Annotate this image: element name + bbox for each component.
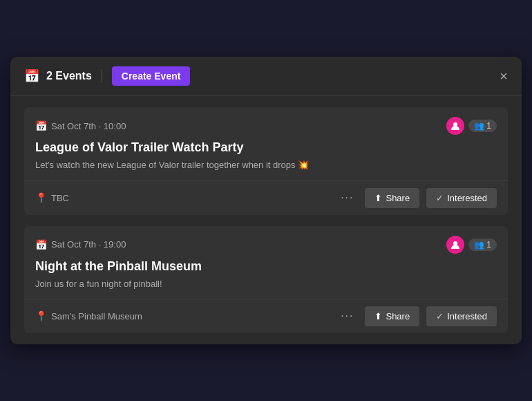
- attendee-count-2: 👥 1: [468, 239, 497, 251]
- check-icon-2: ✓: [436, 311, 444, 321]
- close-button[interactable]: ×: [500, 69, 508, 83]
- event-desc-1: Let's watch the new League of Valor trai…: [35, 159, 497, 171]
- event-meta-1: 📅 Sat Oct 7th · 10:00 👥 1: [35, 117, 497, 135]
- events-modal: 📅 2 Events Create Event × 📅 Sat Oct 7th …: [10, 57, 522, 344]
- interested-button-2[interactable]: ✓ Interested: [426, 306, 497, 326]
- share-button-1[interactable]: ⬆ Share: [365, 188, 419, 208]
- more-options-button-2[interactable]: ···: [336, 308, 358, 324]
- avatar-2: [446, 236, 464, 254]
- modal-body: 📅 Sat Oct 7th · 10:00 👥 1 League of Valo…: [10, 96, 522, 344]
- interested-button-1[interactable]: ✓ Interested: [426, 188, 497, 208]
- event-attendees-1: 👥 1: [446, 117, 497, 135]
- event-footer-2: 📍 Sam's Pinball Museum ··· ⬆ Share ✓ Int…: [24, 299, 508, 333]
- share-button-2[interactable]: ⬆ Share: [365, 306, 419, 326]
- event-date-2: Sat Oct 7th · 19:00: [51, 239, 126, 250]
- location-text-1: TBC: [51, 193, 69, 203]
- event-main-1: 📅 Sat Oct 7th · 10:00 👥 1 League of Valo…: [24, 107, 508, 180]
- share-icon-2: ⬆: [374, 311, 382, 321]
- event-calendar-icon-1: 📅: [35, 120, 47, 131]
- avatar-1: [446, 117, 464, 135]
- attendee-count-1: 👥 1: [468, 120, 497, 132]
- check-icon-1: ✓: [436, 193, 444, 203]
- more-options-button-1[interactable]: ···: [336, 190, 358, 205]
- share-icon-1: ⬆: [374, 193, 382, 203]
- event-attendees-2: 👥 1: [446, 236, 497, 254]
- event-footer-1: 📍 TBC ··· ⬆ Share ✓ Interested: [24, 180, 508, 215]
- event-title-2: Night at the Pinball Museum: [35, 259, 497, 274]
- calendar-icon: 📅: [24, 68, 39, 84]
- event-date-row-1: 📅 Sat Oct 7th · 10:00: [35, 120, 126, 131]
- location-area-2: 📍 Sam's Pinball Museum: [35, 310, 330, 321]
- event-card-1: 📅 Sat Oct 7th · 10:00 👥 1 League of Valo…: [24, 107, 508, 214]
- location-icon-2: 📍: [35, 310, 47, 321]
- event-date-1: Sat Oct 7th · 10:00: [51, 121, 126, 131]
- create-event-button[interactable]: Create Event: [112, 66, 191, 86]
- header-left: 📅 2 Events Create Event: [24, 66, 190, 86]
- events-count: 2 Events: [46, 70, 92, 82]
- modal-header: 📅 2 Events Create Event ×: [10, 57, 522, 96]
- event-main-2: 📅 Sat Oct 7th · 19:00 👥 1 Night at the P…: [24, 226, 508, 299]
- event-date-row-2: 📅 Sat Oct 7th · 19:00: [35, 239, 126, 250]
- event-card-2: 📅 Sat Oct 7th · 19:00 👥 1 Night at the P…: [24, 226, 508, 333]
- event-title-1: League of Valor Trailer Watch Party: [35, 140, 497, 155]
- location-icon-1: 📍: [35, 192, 47, 203]
- event-desc-2: Join us for a fun night of pinball!: [35, 278, 497, 290]
- location-area-1: 📍 TBC: [35, 192, 330, 203]
- event-meta-2: 📅 Sat Oct 7th · 19:00 👥 1: [35, 236, 497, 254]
- header-divider: [102, 69, 102, 83]
- location-text-2: Sam's Pinball Museum: [51, 311, 142, 321]
- event-calendar-icon-2: 📅: [35, 239, 47, 250]
